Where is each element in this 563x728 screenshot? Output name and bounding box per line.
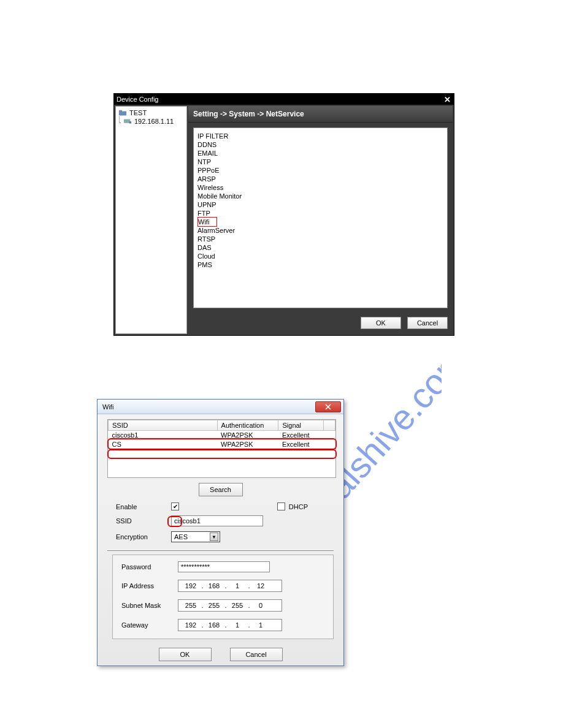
netservice-item[interactable]: EMAIL: [197, 149, 443, 157]
breadcrumb: Setting -> System -> NetService: [188, 106, 453, 123]
col-spacer: [324, 420, 335, 431]
tree-child-node[interactable]: 192.168.1.11: [117, 118, 185, 125]
close-button[interactable]: [315, 401, 341, 412]
close-icon: [325, 404, 331, 410]
cancel-button[interactable]: Cancel: [230, 648, 283, 661]
netservice-item[interactable]: NTP: [197, 157, 443, 166]
netservice-item[interactable]: IP FILTER: [197, 132, 443, 140]
subnet-label: Subnet Mask: [121, 602, 178, 609]
password-input[interactable]: ***********: [178, 561, 270, 572]
tree-child-label: 192.168.1.11: [134, 118, 174, 125]
ok-button[interactable]: OK: [361, 317, 401, 329]
gateway-input[interactable]: 192. 168. 1. 1: [178, 619, 282, 631]
wifi-window: Wifi SSID Authentication Signal ciscosb1…: [97, 399, 344, 666]
ip-address-input[interactable]: 192. 168. 1. 12: [178, 580, 282, 592]
device-config-title: Device Config: [117, 96, 158, 103]
tree-root-node[interactable]: TEST: [117, 109, 185, 116]
password-label: Password: [121, 563, 178, 571]
netservice-list[interactable]: IP FILTERDDNSEMAILNTPPPPoEARSPWirelessMo…: [193, 127, 448, 308]
cell-ssid: CS: [109, 440, 218, 449]
encryption-select[interactable]: AES ▼: [171, 531, 220, 542]
netservice-item[interactable]: Wireless: [197, 183, 443, 192]
device-tree[interactable]: TEST 192.168.1.11: [115, 106, 187, 334]
netservice-item[interactable]: UPNP: [197, 200, 443, 209]
svg-rect-4: [129, 121, 132, 124]
subnet-mask-input[interactable]: 255. 255. 255. 0: [178, 599, 282, 612]
wifi-title: Wifi: [102, 403, 113, 411]
netservice-item[interactable]: FTP: [197, 209, 443, 218]
device-icon: [123, 118, 132, 125]
cell-auth: WPA2PSK: [217, 431, 278, 440]
folder-icon: [118, 109, 127, 116]
netservice-item[interactable]: DDNS: [197, 140, 443, 149]
search-button[interactable]: Search: [199, 483, 243, 496]
close-icon[interactable]: ✕: [440, 94, 454, 105]
ssid-label: SSID: [116, 517, 171, 525]
svg-rect-1: [119, 111, 126, 115]
netservice-panel: Setting -> System -> NetService IP FILTE…: [188, 106, 453, 334]
wifi-network-table[interactable]: SSID Authentication Signal ciscosb1WPA2P…: [107, 419, 336, 478]
table-row[interactable]: CSWPA2PSKExcellent: [109, 440, 335, 449]
netservice-item[interactable]: PPPoE: [197, 166, 443, 175]
ssid-input[interactable]: ciscosb1: [171, 515, 263, 526]
netservice-item[interactable]: ARSP: [197, 175, 443, 183]
device-config-window: Device Config ✕ TEST 192.168.1.11 Settin…: [113, 93, 454, 336]
netservice-item[interactable]: DAS: [197, 243, 443, 252]
chevron-down-icon: ▼: [210, 533, 218, 541]
enable-checkbox[interactable]: ✔: [171, 502, 179, 510]
cell-ssid: ciscosb1: [109, 431, 218, 440]
cell-signal: Excellent: [278, 440, 324, 449]
enable-label: Enable: [116, 503, 171, 510]
col-auth[interactable]: Authentication: [217, 420, 278, 431]
col-signal[interactable]: Signal: [278, 420, 324, 431]
netservice-item[interactable]: Cloud: [197, 252, 443, 260]
netservice-item[interactable]: Wifi: [197, 217, 217, 227]
netservice-item[interactable]: AlarmServer: [197, 226, 443, 235]
separator: [107, 550, 334, 551]
wifi-titlebar: Wifi: [98, 400, 343, 414]
ip-label: IP Address: [121, 582, 178, 590]
gateway-label: Gateway: [121, 621, 178, 629]
tree-root-label: TEST: [129, 109, 147, 116]
table-row[interactable]: ciscosb1WPA2PSKExcellent: [109, 431, 335, 440]
netservice-item[interactable]: PMS: [197, 260, 443, 269]
svg-rect-2: [119, 110, 122, 112]
device-config-titlebar: Device Config ✕: [114, 94, 454, 105]
encryption-value: AES: [174, 533, 188, 540]
col-ssid[interactable]: SSID: [109, 420, 218, 431]
encryption-label: Encryption: [116, 533, 171, 540]
cell-auth: WPA2PSK: [217, 440, 278, 449]
dhcp-checkbox[interactable]: [277, 502, 285, 510]
network-fields-group: Password *********** IP Address 192. 168…: [112, 555, 334, 639]
netservice-item[interactable]: RTSP: [197, 235, 443, 243]
dhcp-label: DHCP: [289, 503, 308, 510]
cancel-button[interactable]: Cancel: [407, 317, 448, 329]
cell-signal: Excellent: [278, 431, 324, 440]
ok-button[interactable]: OK: [159, 648, 212, 661]
netservice-item[interactable]: Mobile Monitor: [197, 192, 443, 200]
